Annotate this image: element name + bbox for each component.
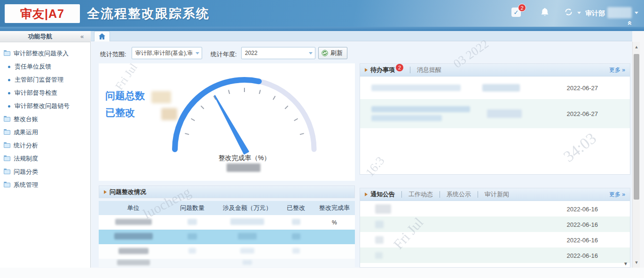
sidebar-item-label: 责任单位反馈 bbox=[15, 62, 51, 71]
redacted-text bbox=[230, 218, 264, 225]
gauge-caption: 整改完成率（%） bbox=[169, 154, 320, 162]
sidebar-title: 功能导航 bbox=[0, 32, 80, 41]
redacted-done-value bbox=[161, 108, 177, 120]
notice-panel: 通知公告 工作动态 系统公示 审计新闻 更多 » 2022-06-16 2022… bbox=[360, 188, 630, 268]
rate-cell: % bbox=[314, 219, 355, 226]
table-row[interactable] bbox=[99, 259, 355, 267]
sidebar-item-audit-inspection[interactable]: 审计部督导检查 bbox=[0, 86, 91, 100]
tab-system-announcements[interactable]: 系统公示 bbox=[447, 190, 471, 199]
folder-icon bbox=[4, 117, 10, 122]
table-row[interactable] bbox=[99, 244, 355, 259]
collapse-header-icon[interactable]: « bbox=[625, 21, 635, 24]
sidebar-item-dept-supervision[interactable]: 主管部门监督管理 bbox=[0, 73, 91, 86]
sidebar-item-results-usage[interactable]: 成果运用 bbox=[0, 126, 91, 139]
scroll-down-arrow-icon[interactable]: ▼ bbox=[633, 259, 640, 266]
scroll-up-arrow-icon[interactable]: ▲ bbox=[633, 44, 640, 50]
sidebar-item-label: 审计部督导检查 bbox=[15, 89, 57, 97]
tab-bar bbox=[91, 31, 632, 41]
gauge-needle bbox=[215, 96, 248, 154]
sidebar-item-ledger[interactable]: 整改台账 bbox=[0, 113, 91, 126]
sidebar-item-unit-feedback[interactable]: 责任单位反馈 bbox=[0, 60, 91, 73]
notice-row[interactable]: 2022-06-16 bbox=[360, 247, 630, 263]
folder-icon bbox=[4, 51, 10, 56]
todo-date: 2022-06-27 bbox=[567, 110, 598, 117]
notice-row[interactable]: 2022-06-16 bbox=[360, 201, 630, 216]
year-filter-label: 统计年度: bbox=[211, 50, 237, 59]
todo-row[interactable]: 2022-06-27 bbox=[360, 99, 630, 128]
notice-row[interactable]: 2022-06-16 bbox=[360, 216, 630, 232]
redacted-text bbox=[188, 248, 196, 254]
redacted-text bbox=[114, 233, 153, 239]
notice-row[interactable]: 2022-06-16 bbox=[360, 232, 630, 247]
chevron-down-icon bbox=[196, 52, 199, 54]
sidebar-item-problem-closure[interactable]: 审计部整改问题销号 bbox=[0, 100, 91, 113]
tab-audit-news[interactable]: 审计新闻 bbox=[485, 190, 509, 199]
triangle-bullet-icon bbox=[365, 68, 368, 72]
tab-todo-items[interactable]: 待办事项 bbox=[370, 66, 395, 74]
redacted-text bbox=[188, 233, 197, 239]
app-window: 审友|A7 全流程整改跟踪系统 ✓ 2 审计部 « bbox=[0, 0, 644, 278]
user-dropdown-caret[interactable] bbox=[635, 12, 638, 14]
refresh-dropdown-caret[interactable] bbox=[577, 12, 581, 14]
bullet-icon bbox=[8, 79, 10, 81]
table-row-selected[interactable] bbox=[99, 230, 355, 244]
triangle-bullet-icon bbox=[104, 190, 107, 194]
refresh-green-icon bbox=[322, 50, 328, 56]
redacted-text bbox=[188, 219, 197, 225]
folder-icon bbox=[4, 170, 10, 174]
sidebar-item-statistics[interactable]: 统计分析 bbox=[0, 139, 91, 152]
table-row[interactable]: % bbox=[99, 215, 355, 230]
sidebar-item-system-admin[interactable]: 系统管理 bbox=[0, 178, 91, 192]
rectification-title: 问题整改情况 bbox=[110, 188, 146, 196]
rectification-panel-header: 问题整改情况 bbox=[99, 185, 355, 198]
tab-work-updates[interactable]: 工作动态 bbox=[408, 190, 433, 199]
gauge-labels: 问题总数 已整改 bbox=[105, 88, 177, 122]
sidebar-header: 功能导航 « bbox=[0, 31, 91, 42]
todo-more-link[interactable]: 更多 » bbox=[609, 66, 625, 74]
chevron-down-icon bbox=[309, 52, 313, 54]
redacted-text bbox=[240, 248, 254, 254]
sidebar-item-label: 法规制度 bbox=[14, 154, 38, 163]
notice-date: 2022-06-16 bbox=[567, 205, 598, 212]
sidebar-item-label: 统计分析 bbox=[14, 141, 38, 150]
redacted-text bbox=[371, 106, 470, 112]
sidebar-item-problem-category[interactable]: 问题分类 bbox=[0, 165, 91, 178]
sidebar-item-label: 审计部整改问题录入 bbox=[14, 49, 69, 58]
gauge-done-label: 已整改 bbox=[105, 107, 135, 118]
sidebar-item-problem-entry[interactable]: 审计部整改问题录入 bbox=[0, 47, 91, 60]
tab-notices[interactable]: 通知公告 bbox=[370, 190, 395, 199]
year-select-value: 2022 bbox=[245, 50, 258, 56]
notice-panel-header: 通知公告 工作动态 系统公示 审计新闻 更多 » bbox=[360, 188, 630, 201]
sidebar-item-label: 主管部门监督管理 bbox=[15, 76, 63, 84]
todo-row[interactable]: 2022-06-27 bbox=[360, 77, 630, 99]
rectification-panel: 问题整改情况 单位 问题数量 涉及金额（万元） 已整改 整改完成率 % bbox=[99, 185, 355, 268]
redacted-text bbox=[482, 84, 520, 92]
todo-badge: 2 bbox=[396, 64, 403, 71]
scroll-down-icon[interactable]: ▼ bbox=[623, 261, 628, 266]
col-problem-count: 问题数量 bbox=[168, 204, 217, 212]
redacted-text bbox=[292, 219, 300, 225]
scope-select[interactable]: 审计部,审计部(基金),审计 bbox=[132, 47, 202, 59]
redacted-text bbox=[118, 248, 149, 254]
year-select[interactable]: 2022 bbox=[241, 47, 315, 59]
page-bottom-margin bbox=[0, 268, 644, 278]
vertical-scrollbar[interactable]: ▲ ▼ bbox=[632, 42, 640, 268]
tab-message-reminder[interactable]: 消息提醒 bbox=[417, 66, 441, 74]
divider bbox=[440, 191, 440, 198]
bell-icon[interactable] bbox=[541, 8, 549, 17]
notice-more-link[interactable]: 更多 » bbox=[609, 191, 625, 199]
redacted-text bbox=[375, 252, 383, 259]
redacted-text bbox=[292, 248, 300, 254]
tab-strip bbox=[0, 27, 644, 31]
sidebar-item-regulations[interactable]: 法规制度 bbox=[0, 152, 91, 165]
header-todo-badge: 2 bbox=[518, 4, 526, 12]
redacted-text bbox=[238, 233, 257, 239]
scrollbar-thumb[interactable] bbox=[634, 54, 639, 200]
refresh-button[interactable]: 刷新 bbox=[318, 47, 347, 59]
sidebar-menu: 审计部整改问题录入 责任单位反馈 主管部门监督管理 审计部督导检查 审计部整改问… bbox=[0, 47, 91, 192]
redacted-gauge-value bbox=[227, 163, 260, 172]
refresh-icon[interactable] bbox=[564, 8, 573, 16]
tab-home[interactable] bbox=[94, 31, 110, 41]
sidebar-collapse-icon[interactable]: « bbox=[80, 33, 91, 40]
col-completion-rate: 整改完成率 bbox=[314, 204, 355, 212]
